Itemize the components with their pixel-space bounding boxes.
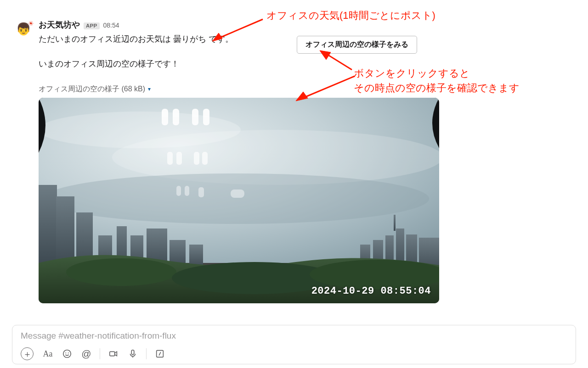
svg-point-3: [39, 112, 241, 148]
toolbar-separator: [146, 348, 147, 359]
svg-point-2: [43, 173, 429, 224]
attachment-header[interactable]: オフィス周辺の空の様子 (68 kB) ▾: [39, 84, 151, 94]
image-overlay-timestamp: 2024-10-29 08:55:04: [311, 285, 431, 297]
slack-message: 👦 ☀ お天気坊や APP 08:54 ただいまのオフィス近辺のお天気は 曇りが…: [14, 19, 579, 303]
bot-avatar: 👦 ☀: [14, 19, 33, 39]
microphone-icon[interactable]: [128, 349, 138, 359]
svg-rect-11: [202, 152, 208, 165]
message-timestamp[interactable]: 08:54: [103, 22, 119, 29]
svg-rect-14: [198, 187, 204, 197]
svg-rect-8: [167, 152, 173, 165]
video-icon[interactable]: [108, 349, 119, 359]
composer-toolbar: ＋ Aa @: [21, 347, 567, 360]
svg-rect-7: [203, 109, 209, 125]
message-line-2: いまのオフィス周辺の空の様子です！: [39, 58, 579, 71]
formatting-icon[interactable]: Aa: [43, 349, 53, 359]
svg-rect-45: [131, 350, 134, 355]
message-header: お天気坊や APP 08:54: [39, 19, 579, 30]
attach-plus-icon[interactable]: ＋: [21, 347, 34, 360]
svg-point-43: [68, 352, 69, 353]
svg-rect-17: [56, 196, 74, 265]
chevron-down-icon: ▾: [148, 86, 151, 92]
composer-placeholder[interactable]: Message #weather-notification-from-flux: [21, 331, 567, 341]
sun-icon: ☀: [28, 20, 34, 27]
message-composer[interactable]: Message #weather-notification-from-flux …: [12, 325, 576, 364]
svg-point-32: [66, 258, 176, 286]
svg-rect-16: [39, 185, 57, 263]
sender-name[interactable]: お天気坊や: [39, 19, 80, 30]
svg-rect-4: [162, 109, 168, 125]
toolbar-separator: [100, 348, 100, 359]
svg-point-41: [63, 350, 71, 358]
svg-rect-12: [176, 186, 181, 196]
svg-rect-6: [192, 109, 198, 125]
svg-point-42: [65, 352, 66, 353]
attachment-title: オフィス周辺の空の様子 (68 kB): [39, 84, 145, 94]
shortcuts-icon[interactable]: [155, 349, 165, 359]
emoji-icon[interactable]: [62, 349, 72, 359]
svg-rect-9: [176, 152, 182, 165]
svg-rect-15: [231, 190, 244, 198]
svg-rect-10: [194, 152, 199, 165]
view-sky-button[interactable]: オフィス周辺の空の様子をみる: [297, 36, 417, 54]
mention-icon[interactable]: @: [81, 349, 91, 359]
svg-rect-31: [394, 215, 396, 231]
svg-rect-13: [185, 186, 189, 196]
svg-rect-5: [173, 109, 179, 125]
sky-image-attachment[interactable]: 2024-10-29 08:55:04: [39, 98, 439, 303]
app-badge: APP: [84, 22, 100, 29]
svg-rect-44: [110, 351, 115, 356]
